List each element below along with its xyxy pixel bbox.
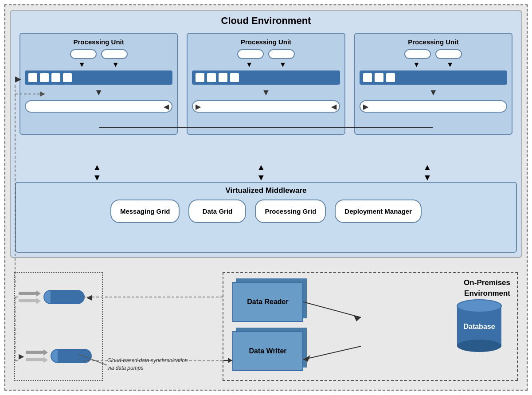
bottom-section: ◀ ▶ [10, 268, 522, 385]
pu3-sq3 [386, 73, 395, 82]
pump2-body [51, 349, 92, 363]
pump2-gray-head-2 [43, 357, 48, 363]
pu3-title: Processing Unit [360, 38, 507, 46]
annotation: Cloud-based data synchronization via dat… [107, 357, 196, 372]
pu2-arrows-down: ▼ ▼ [192, 61, 340, 69]
pump-1-row: ◀ [19, 290, 92, 304]
pu1-arrow-below: ▼ [25, 87, 172, 98]
pu2-sq2 [207, 73, 216, 82]
pu2-bottom-pipe: ▶ ◀ [192, 100, 340, 113]
pu3-arrow-down-1: ▼ [413, 61, 420, 69]
cloud-env-title: Cloud Environment [11, 11, 521, 27]
pump1-gray-bar-2 [19, 299, 36, 302]
pu2-arrow-down-1: ▼ [246, 61, 253, 69]
pump2-gray-bar-1 [26, 351, 43, 354]
annotation-text: Cloud-based data synchronization via dat… [107, 357, 188, 371]
down-arrow-2: ▼ [257, 172, 266, 183]
pu3-sq1 [363, 73, 372, 82]
svg-marker-11 [228, 358, 232, 363]
dbl-arrow-2: ▲ ▼ [257, 162, 266, 183]
down-arrow-3: ▼ [423, 172, 432, 183]
pu3-pill-2 [435, 49, 462, 59]
pump1-incoming-arrow: ◀ [86, 293, 92, 301]
svg-point-13 [457, 340, 501, 352]
dbl-arrow-3: ▲ ▼ [423, 162, 432, 183]
dbl-arrow-1: ▲ ▼ [93, 162, 102, 183]
pump1-gray-arrow-1 [19, 290, 41, 297]
svg-line-6 [303, 302, 361, 317]
processing-units-row: Processing Unit ▼ ▼ ▶ [11, 28, 521, 139]
pu1-arrow-down-2: ▼ [112, 61, 119, 69]
pu1-bar [25, 70, 172, 85]
data-writer-box: Data Writer [232, 331, 303, 371]
pu3-pipe-arrow-left: ▶ [363, 102, 368, 111]
down-arrow-1: ▼ [93, 172, 102, 183]
pu1-sq1 [28, 73, 37, 82]
pu1-title: Processing Unit [25, 38, 172, 46]
pu2-title: Processing Unit [192, 38, 340, 46]
pump2-gray-head-1 [43, 349, 48, 356]
vm-item-deployment: Deployment Manager [335, 199, 422, 223]
data-reader-box: Data Reader [232, 282, 303, 322]
pu2-pill-1 [237, 49, 264, 59]
pu2-arrow-down-2: ▼ [279, 61, 286, 69]
pu1-sq4 [63, 73, 72, 82]
pu2-pipe-arrow-left: ▶ [196, 102, 201, 111]
pump2-gray-arrows [26, 349, 48, 363]
pu-connector-line [99, 127, 433, 128]
processing-unit-1: Processing Unit ▼ ▼ ▶ [20, 33, 178, 135]
pu1-left-arrow: ▶ [15, 74, 21, 84]
pu1-arrow-down-1: ▼ [78, 61, 86, 69]
data-writer-label: Data Writer [249, 347, 286, 355]
pu3-arrow-down-2: ▼ [446, 61, 454, 69]
pu2-pills [192, 49, 340, 59]
processing-unit-3: Processing Unit ▼ ▼ ▼ ▶ [354, 33, 512, 135]
pump1-gray-bar-1 [19, 292, 36, 295]
op-title: On-PremisesEnvironment [464, 278, 510, 299]
pump1-gray-arrow-2 [19, 298, 41, 304]
pump2-gray-bar-2 [26, 358, 43, 361]
pu3-arrow-below: ▼ [360, 87, 507, 98]
vm-item-messaging: Messaging Grid [110, 199, 180, 223]
vm-item-data: Data Grid [188, 199, 246, 223]
pu1-sq3 [51, 73, 60, 82]
vm-items: Messaging Grid Data Grid Processing Grid… [16, 199, 516, 223]
cloud-environment: Cloud Environment Processing Unit ▼ ▼ ▶ [10, 10, 522, 258]
svg-marker-7 [354, 316, 361, 321]
database-svg: Database [455, 297, 504, 355]
vm-title: Virtualized Middleware [16, 183, 516, 199]
pu1-pill-2 [101, 49, 128, 59]
pu1-bottom-pipe: ◀ [25, 100, 172, 113]
pu3-bar [360, 70, 507, 85]
pump2-gray-arrow-2 [26, 357, 48, 363]
pump1-gray-head-2 [36, 298, 41, 304]
pump-dotted-box [14, 272, 103, 381]
pump2-gray-arrow-1 [26, 349, 48, 356]
pu3-pill-1 [404, 49, 431, 59]
pump1-cap [43, 290, 51, 304]
pump-2-row: ▶ [19, 349, 92, 363]
processing-unit-2: Processing Unit ▼ ▼ ▼ ▶ [187, 33, 345, 135]
pu2-pipe-arrow-right: ◀ [331, 102, 336, 111]
vm-item-processing: Processing Grid [255, 199, 326, 223]
pu1-arrows-down: ▼ ▼ [25, 61, 172, 69]
pump1-gray-arrows [19, 290, 41, 304]
up-arrow-3: ▲ [423, 162, 432, 172]
database-container: Database [455, 297, 504, 356]
up-arrow-2: ▲ [257, 162, 266, 172]
up-arrow-1: ▲ [93, 162, 102, 172]
pu1-pipe-arrow: ◀ [164, 102, 169, 111]
svg-text:Database: Database [463, 323, 495, 330]
pump2-outgoing-arrow: ▶ [19, 352, 24, 360]
main-container: Cloud Environment Processing Unit ▼ ▼ ▶ [4, 4, 528, 391]
pump2-cap [51, 349, 59, 363]
pu1-pill-1 [70, 49, 97, 59]
svg-marker-9 [303, 355, 310, 362]
virtualized-middleware: Virtualized Middleware Messaging Grid Da… [15, 182, 517, 253]
pu2-bar [192, 70, 340, 85]
pu3-bottom-pipe: ▶ [360, 100, 507, 113]
svg-line-8 [303, 346, 361, 360]
data-reader-label: Data Reader [247, 298, 288, 306]
pu3-pills [360, 49, 507, 59]
pump1-body [43, 290, 85, 304]
